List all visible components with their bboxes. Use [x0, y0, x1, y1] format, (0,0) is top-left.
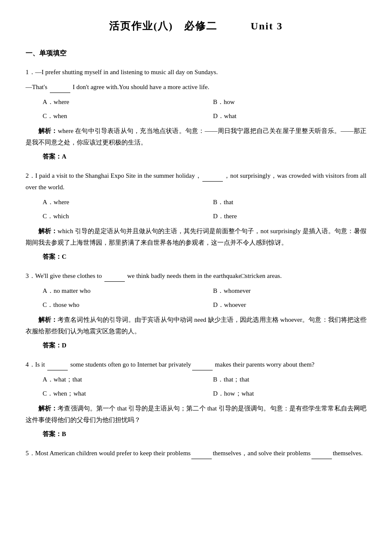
question-3: 3．We'll give these clothes to we think b… [26, 270, 366, 351]
q4-text: 4．Is it some students often go to Intern… [26, 359, 366, 370]
q5-blank1 [191, 459, 212, 459]
q4-blank2 [192, 370, 213, 370]
q1-options: A．where B．how [26, 96, 366, 108]
question-1: 1．—I prefer shutting myself in and liste… [26, 66, 366, 162]
question-5: 5．Most American children would prefer to… [26, 448, 366, 459]
q3-options-1: A．no matter who B．whomever [26, 285, 366, 297]
q3-text: 3．We'll give these clothes to we think b… [26, 270, 366, 282]
q2-options-1: A．where B．that [26, 197, 366, 208]
q4-answer: 答案：B [43, 428, 366, 440]
q4-option-b: B．that；that [196, 374, 366, 385]
q1-analysis: 解析：where 在句中引导表语从句，充当地点状语。句意：——周日我宁愿把自己关… [26, 125, 366, 148]
page-title: 活页作业(八) 必修二 Unit 3 [26, 17, 366, 35]
q2-blank [202, 181, 223, 182]
question-4: 4．Is it some students often go to Intern… [26, 359, 366, 440]
q2-option-c: C．which [26, 211, 196, 222]
q1-line1: 1．—I prefer shutting myself in and liste… [26, 66, 366, 78]
q4-option-a: A．what；that [26, 374, 196, 385]
q1-line2: —That's I don't agree with.You should ha… [26, 81, 366, 93]
section1-header: 一、单项填空 [26, 47, 366, 60]
q3-blank [104, 281, 125, 282]
q4-blank1 [47, 370, 68, 370]
q5-text: 5．Most American children would prefer to… [26, 448, 366, 459]
q4-option-c: C．when；what [26, 388, 196, 399]
q2-answer: 答案：C [43, 251, 366, 263]
q3-options-2: C．those who D．whoever [26, 299, 366, 311]
q3-answer: 答案：D [43, 340, 366, 351]
question-2: 2．I paid a visit to the Shanghai Expo Si… [26, 170, 366, 263]
q3-option-a: A．no matter who [26, 285, 196, 297]
q1-answer: 答案：A [43, 151, 366, 162]
q2-option-a: A．where [26, 197, 196, 208]
q1-blank [50, 92, 70, 93]
q3-analysis: 解析：考查名词性从句的引导词。由于宾语从句中动词 need 缺少主语，因此选用主… [26, 314, 366, 337]
q3-option-b: B．whomever [196, 285, 366, 297]
q5-blank2 [311, 459, 332, 459]
q1-option-c: C．when [26, 110, 196, 122]
q4-option-d: D．how；what [196, 388, 366, 399]
q2-options-2: C．which D．there [26, 211, 366, 222]
q2-text: 2．I paid a visit to the Shanghai Expo Si… [26, 170, 366, 193]
q1-option-a: A．where [26, 96, 196, 108]
q4-options-1: A．what；that B．that；that [26, 374, 366, 385]
q2-analysis: 解析：which 引导的是定语从句并且做从句的主语，其先行词是前面整个句子，no… [26, 225, 366, 249]
q1-options-2: C．when D．what [26, 110, 366, 122]
q3-option-d: D．whoever [196, 299, 366, 311]
q2-option-d: D．there [196, 211, 366, 222]
q4-analysis: 解析：考查强调句。第一个 that 引导的是主语从句；第二个 that 引导的是… [26, 403, 366, 426]
q3-option-c: C．those who [26, 299, 196, 311]
q1-option-b: B．how [196, 96, 366, 108]
q1-option-d: D．what [196, 110, 366, 122]
q4-options-2: C．when；what D．how；what [26, 388, 366, 399]
q2-option-b: B．that [196, 197, 366, 208]
